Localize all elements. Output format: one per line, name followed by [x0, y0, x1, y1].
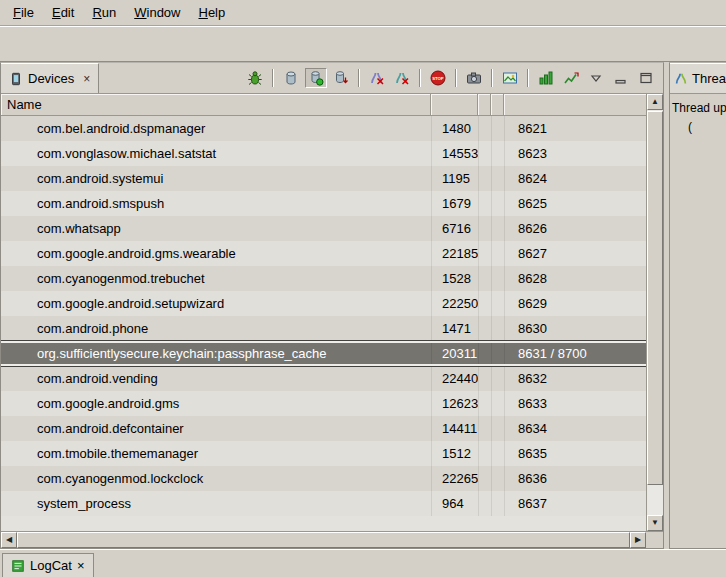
- process-table-wrap: Name com.bel.android.dspmanager14808621c…: [1, 94, 663, 531]
- threads-tabbar: Threa: [670, 63, 726, 94]
- process-blank-1: [478, 416, 491, 441]
- process-port: 8625: [504, 191, 646, 216]
- main-toolbar: [0, 26, 726, 62]
- table-row[interactable]: com.vonglasow.michael.satstat145538623: [1, 141, 646, 166]
- menu-file[interactable]: File: [4, 1, 43, 24]
- close-icon[interactable]: ×: [77, 558, 85, 573]
- process-blank-1: [478, 166, 491, 191]
- menu-help[interactable]: Help: [189, 1, 234, 24]
- view-menu-icon[interactable]: [585, 68, 607, 88]
- process-pid: 1195: [431, 166, 478, 191]
- stop-process-icon[interactable]: STOP: [427, 68, 449, 88]
- process-name: com.android.smspush: [1, 191, 431, 216]
- heap-columns-icon[interactable]: [535, 68, 557, 88]
- tab-logcat[interactable]: LogCat ×: [2, 553, 94, 577]
- threads-message-line1: Thread up: [672, 99, 724, 118]
- table-row[interactable]: com.google.android.gms126238633: [1, 391, 646, 416]
- table-row[interactable]: com.google.android.setupwizard222508629: [1, 291, 646, 316]
- horizontal-scroll-thumb[interactable]: [17, 532, 630, 548]
- table-row[interactable]: com.android.defcontainer144118634: [1, 416, 646, 441]
- tab-threads-label: Threa: [692, 71, 726, 86]
- scroll-right-button[interactable]: ▶: [630, 532, 646, 548]
- capture-video-icon[interactable]: [499, 68, 521, 88]
- update-threads-icon[interactable]: [391, 68, 413, 88]
- process-name: com.bel.android.dspmanager: [1, 116, 431, 141]
- debug-process-icon[interactable]: [244, 68, 266, 88]
- tab-logcat-label: LogCat: [30, 558, 72, 573]
- process-blank-1: [478, 216, 491, 241]
- process-blank-1: [478, 441, 491, 466]
- tab-devices[interactable]: Devices ×: [1, 63, 99, 93]
- process-name: com.cyanogenmod.trebuchet: [1, 266, 431, 291]
- table-row[interactable]: com.android.phone14718630: [1, 316, 646, 341]
- scroll-down-button[interactable]: ▼: [647, 515, 663, 531]
- table-row[interactable]: com.android.vending224408632: [1, 366, 646, 391]
- horizontal-scrollbar[interactable]: ◀ ▶: [1, 531, 663, 548]
- process-blank-2: [491, 343, 504, 364]
- menu-edit[interactable]: Edit: [43, 1, 83, 24]
- process-name: com.google.android.gms.wearable: [1, 241, 431, 266]
- process-port: 8624: [504, 166, 646, 191]
- process-blank-1: [478, 241, 491, 266]
- table-row[interactable]: com.android.smspush16798625: [1, 191, 646, 216]
- scrollbar-corner: [646, 532, 663, 548]
- process-blank-2: [491, 441, 504, 466]
- table-row[interactable]: com.cyanogenmod.lockclock222658636: [1, 466, 646, 491]
- process-blank-2: [491, 116, 504, 141]
- process-blank-1: [478, 266, 491, 291]
- table-row[interactable]: org.sufficientlysecure.keychain:passphra…: [1, 341, 646, 366]
- process-blank-1: [478, 316, 491, 341]
- dump-hprof-icon[interactable]: [330, 68, 352, 88]
- process-pid: 14553: [431, 141, 478, 166]
- process-name: com.android.systemui: [1, 166, 431, 191]
- tab-threads[interactable]: Threa: [670, 63, 726, 93]
- column-header-pid[interactable]: [431, 94, 478, 116]
- table-row[interactable]: com.google.android.gms.wearable221858627: [1, 241, 646, 266]
- table-row[interactable]: com.cyanogenmod.trebuchet15288628: [1, 266, 646, 291]
- table-row[interactable]: com.android.systemui11958624: [1, 166, 646, 191]
- process-pid: 6716: [431, 216, 478, 241]
- process-blank-2: [491, 366, 504, 391]
- process-blank-1: [478, 116, 491, 141]
- devices-tabbar: Devices × STOP: [1, 63, 663, 94]
- close-icon[interactable]: ×: [83, 72, 90, 86]
- process-port: 8631 / 8700: [504, 343, 646, 364]
- cause-gc-icon[interactable]: [366, 68, 388, 88]
- process-port: 8635: [504, 441, 646, 466]
- table-row[interactable]: com.tmobile.thememanager15128635: [1, 441, 646, 466]
- scroll-left-button[interactable]: ◀: [1, 532, 17, 548]
- process-pid: 964: [431, 491, 478, 516]
- screen-capture-icon[interactable]: [463, 68, 485, 88]
- toolbar-separator: [527, 69, 529, 87]
- process-pid: 1480: [431, 116, 478, 141]
- process-name: system_process: [1, 491, 431, 516]
- process-blank-2: [491, 391, 504, 416]
- menu-run[interactable]: Run: [83, 1, 125, 24]
- process-pid: 12623: [431, 391, 478, 416]
- update-heap-icon[interactable]: [280, 68, 302, 88]
- logcat-icon: [11, 559, 25, 573]
- toolbar-separator: [358, 69, 360, 87]
- table-row[interactable]: com.bel.android.dspmanager14808621: [1, 116, 646, 141]
- column-header-name[interactable]: Name: [1, 94, 431, 116]
- process-port: 8626: [504, 216, 646, 241]
- vertical-scrollbar[interactable]: ▲ ▼: [646, 94, 663, 531]
- process-blank-2: [491, 266, 504, 291]
- device-icon: [9, 72, 23, 86]
- process-name: com.whatsapp: [1, 216, 431, 241]
- process-blank-2: [491, 191, 504, 216]
- method-profiling-icon[interactable]: [560, 68, 582, 88]
- menu-window[interactable]: Window: [125, 1, 189, 24]
- process-table-area: Name com.bel.android.dspmanager14808621c…: [1, 94, 646, 531]
- process-port: 8636: [504, 466, 646, 491]
- table-row[interactable]: com.whatsapp67168626: [1, 216, 646, 241]
- maximize-icon[interactable]: [635, 68, 657, 88]
- heap-updates-icon[interactable]: [305, 68, 327, 88]
- process-name: com.google.android.setupwizard: [1, 291, 431, 316]
- table-row[interactable]: system_process9648637: [1, 491, 646, 516]
- minimize-icon[interactable]: [610, 68, 632, 88]
- threads-message-line2: (: [672, 118, 724, 137]
- vertical-scroll-thumb[interactable]: [647, 111, 663, 485]
- column-header-blank-1: [478, 94, 491, 116]
- scroll-up-button[interactable]: ▲: [647, 94, 663, 110]
